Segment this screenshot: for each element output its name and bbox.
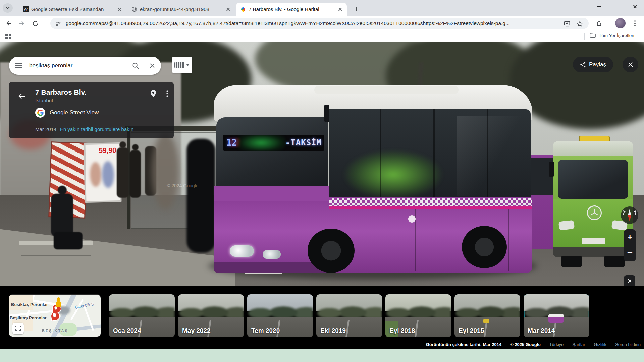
footer-link-report[interactable]: Sorun bildirin <box>615 342 641 347</box>
zoom-in-button[interactable]: + <box>624 229 636 245</box>
tab-separator <box>127 5 127 13</box>
map-pin-icon[interactable] <box>147 87 159 100</box>
new-tab-button[interactable] <box>352 4 362 14</box>
tab-strip: W Google Street'te Eski Zamandan ekran-g… <box>0 0 644 16</box>
share-button[interactable]: Paylaş <box>573 57 613 72</box>
all-bookmarks-button[interactable]: Tüm Yer İşaretleri <box>590 33 634 38</box>
close-streetview-button[interactable] <box>623 57 638 72</box>
green-minibus <box>553 141 633 268</box>
maps-pin-favicon <box>240 6 246 12</box>
folder-icon <box>590 33 596 38</box>
zoom-control: + − <box>624 229 636 261</box>
person-standing <box>129 150 141 198</box>
footer-link-country[interactable]: Türkiye <box>549 342 564 347</box>
compass-control[interactable] <box>621 206 638 224</box>
imagery-footer: Görüntünün çekilme tarihi: Mar 2014 © 20… <box>426 342 641 347</box>
virtual-keyboard-widget[interactable] <box>172 57 192 73</box>
tab-wikipedia[interactable]: W Google Street'te Eski Zamandan <box>19 3 126 16</box>
place-subtitle: İstanbul <box>35 98 53 103</box>
tab-google-maps[interactable]: 7 Barbaros Blv. - Google Harital <box>236 3 347 16</box>
person-dark-figure <box>186 139 215 253</box>
url-text[interactable]: google.com/maps/@41.0438903,29.0072622,3… <box>66 18 558 29</box>
timeline-thumb-may-2022[interactable]: May 2022 <box>178 294 244 337</box>
place-title: 7 Barbaros Blv. <box>35 88 87 96</box>
bus-led-destination: -TAKSİM <box>285 138 324 147</box>
recent-imagery-link[interactable]: En yakın tarihli görüntülere bakın <box>60 126 133 132</box>
window-close-button[interactable] <box>626 0 644 13</box>
extensions-icon[interactable] <box>594 18 604 28</box>
forward-icon[interactable] <box>16 18 28 29</box>
purple-bus-dot <box>548 314 564 323</box>
timeline-thumb-tem-2020[interactable]: Tem 2020 <box>247 294 313 337</box>
tab-close-icon[interactable] <box>116 6 123 13</box>
place-info-card: 7 Barbaros Blv. İstanbul Google Street V… <box>9 82 174 138</box>
person-head <box>119 141 126 148</box>
imagery-copyright: © 2025 Google <box>510 342 541 347</box>
back-icon[interactable] <box>3 18 15 29</box>
url-bar[interactable]: google.com/maps/@41.0438903,29.0072622,3… <box>50 18 589 29</box>
timeline-thumb-eyl-2018[interactable]: Eyl 2018 <box>385 294 451 337</box>
minibus-wheel <box>561 256 582 267</box>
minimap-label: Beşiktaş Peronlar <box>10 315 47 320</box>
minimap-district-label: BEŞİKTAŞ <box>42 329 68 333</box>
pegman-icon[interactable] <box>56 297 61 307</box>
google-watermark: © 2024 Google <box>167 183 198 188</box>
install-app-icon[interactable] <box>562 19 571 28</box>
window-maximize-button[interactable] <box>608 0 626 13</box>
profile-avatar[interactable] <box>615 18 626 28</box>
purple-bus: 12 -TAKSİM <box>214 85 532 273</box>
bus-led-glow <box>237 135 285 151</box>
bookmark-star-icon[interactable] <box>575 19 584 28</box>
maps-search-box[interactable] <box>9 57 161 75</box>
chevron-down-icon <box>186 64 190 66</box>
zoom-out-button[interactable]: − <box>624 245 636 261</box>
timeline-thumb-oca-2024[interactable]: Oca 2024 <box>109 294 175 337</box>
tab-close-icon[interactable] <box>337 6 343 13</box>
share-icon <box>580 62 586 68</box>
overflow-menu-icon[interactable] <box>162 87 172 100</box>
card-divider <box>35 122 156 122</box>
footer-link-privacy[interactable]: Gizlilik <box>594 342 607 347</box>
search-icon[interactable] <box>127 57 144 75</box>
search-input[interactable] <box>29 62 127 69</box>
window-minimize-button[interactable] <box>590 0 608 13</box>
tab-close-icon[interactable] <box>225 6 231 13</box>
google-logo-icon <box>35 108 45 118</box>
reload-icon[interactable] <box>30 18 41 29</box>
billboard: 59,90 <box>84 142 121 203</box>
all-bookmarks-label: Tüm Yer İşaretleri <box>599 33 634 38</box>
menu-hamburger-icon[interactable] <box>9 57 29 75</box>
minimap[interactable]: Beşiktaş Peronlar Beşiktaş Peronlar BEŞİ… <box>9 295 101 337</box>
person-blurred <box>152 133 179 210</box>
windows-taskbar: 23°C Kısmen güneşli 18:36 15.09.2025 4 <box>0 349 644 362</box>
expand-minimap-icon[interactable] <box>12 323 24 334</box>
desktop: W Google Street'te Eski Zamandan ekran-g… <box>0 0 644 362</box>
bus-rear-wheel <box>462 226 507 268</box>
chrome-menu-icon[interactable] <box>630 18 640 28</box>
timeline-thumb-mar-2014[interactable]: Mar 2014 <box>524 294 589 337</box>
tab-search-chevron-icon[interactable] <box>3 3 13 13</box>
minibus-mirror <box>549 162 554 177</box>
person-sitting <box>51 194 73 237</box>
timeline-thumb-eki-2019[interactable]: Eki 2019 <box>316 294 382 337</box>
timeline-thumb-eyl-2015[interactable]: Eyl 2015 <box>454 294 520 337</box>
site-info-icon[interactable] <box>54 19 62 28</box>
person-head <box>132 144 139 150</box>
bus-ac-unit <box>314 86 459 94</box>
bus-iett-crest <box>408 215 416 223</box>
imagery-capture-date: Görüntünün çekilme tarihi: Mar 2014 <box>426 342 501 347</box>
clear-search-icon[interactable] <box>144 57 161 75</box>
street-view-panorama[interactable]: 59,90 <box>0 42 644 286</box>
taxi-dot <box>483 319 489 323</box>
minibus-plate <box>582 238 605 244</box>
bus-headlight <box>230 245 254 257</box>
back-arrow-icon[interactable] <box>15 89 29 103</box>
apps-grid-icon[interactable] <box>5 34 11 40</box>
wikipedia-favicon: W <box>23 6 29 12</box>
minimap-label: Beşiktaş Peronlar <box>11 302 48 307</box>
close-timeline-button[interactable] <box>624 275 635 286</box>
footer-link-terms[interactable]: Şartlar <box>572 342 585 347</box>
person-standing <box>117 147 129 198</box>
tab-image-file[interactable]: ekran-goruntusu-44-png.81908 <box>127 3 235 16</box>
timeline-strip: Beşiktaş Peronlar Beşiktaş Peronlar BEŞİ… <box>0 286 644 349</box>
